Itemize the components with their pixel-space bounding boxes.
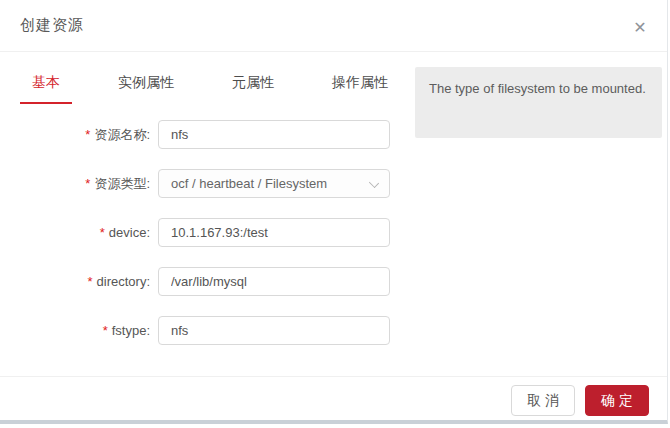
resource-form: *资源名称: *资源类型: ocf / heartbeat / Filesyst…	[10, 120, 390, 365]
header-divider	[0, 51, 667, 52]
device-input[interactable]	[158, 218, 390, 247]
create-resource-dialog: 创建资源 ✕ 基本 实例属性 元属性 操作属性 The type of file…	[0, 0, 668, 424]
chevron-down-icon	[370, 179, 378, 187]
directory-input[interactable]	[158, 267, 390, 296]
tab-meta-attributes[interactable]: 元属性	[220, 70, 286, 104]
form-row-directory: *directory:	[10, 267, 390, 296]
footer-actions: 取 消 确 定	[511, 385, 649, 416]
cancel-button[interactable]: 取 消	[511, 385, 575, 416]
resource-type-selected-value: ocf / heartbeat / Filesystem	[171, 176, 327, 191]
tab-basic[interactable]: 基本	[20, 70, 72, 104]
resource-type-select[interactable]: ocf / heartbeat / Filesystem	[158, 169, 390, 198]
help-panel: The type of filesystem to be mounted.	[415, 67, 662, 138]
fstype-input[interactable]	[158, 316, 390, 345]
form-row-device: *device:	[10, 218, 390, 247]
required-marker: *	[85, 176, 90, 191]
device-label: *device:	[10, 225, 158, 240]
directory-label: *directory:	[10, 274, 158, 289]
close-icon[interactable]: ✕	[627, 14, 653, 40]
required-marker: *	[103, 323, 108, 338]
form-row-resource-name: *资源名称:	[10, 120, 390, 149]
dialog-title: 创建资源	[20, 16, 84, 35]
footer-divider	[0, 376, 667, 377]
required-marker: *	[85, 127, 90, 142]
required-marker: *	[100, 225, 105, 240]
resource-name-input[interactable]	[158, 120, 390, 149]
resource-type-label: *资源类型:	[10, 175, 158, 193]
form-row-fstype: *fstype:	[10, 316, 390, 345]
tab-operation-attributes[interactable]: 操作属性	[320, 70, 400, 104]
confirm-button[interactable]: 确 定	[585, 385, 649, 416]
fstype-label: *fstype:	[10, 323, 158, 338]
required-marker: *	[87, 274, 92, 289]
tab-instance-attributes[interactable]: 实例属性	[106, 70, 186, 104]
resource-name-label: *资源名称:	[10, 126, 158, 144]
form-row-resource-type: *资源类型: ocf / heartbeat / Filesystem	[10, 169, 390, 198]
tab-bar: 基本 实例属性 元属性 操作属性	[20, 70, 434, 104]
